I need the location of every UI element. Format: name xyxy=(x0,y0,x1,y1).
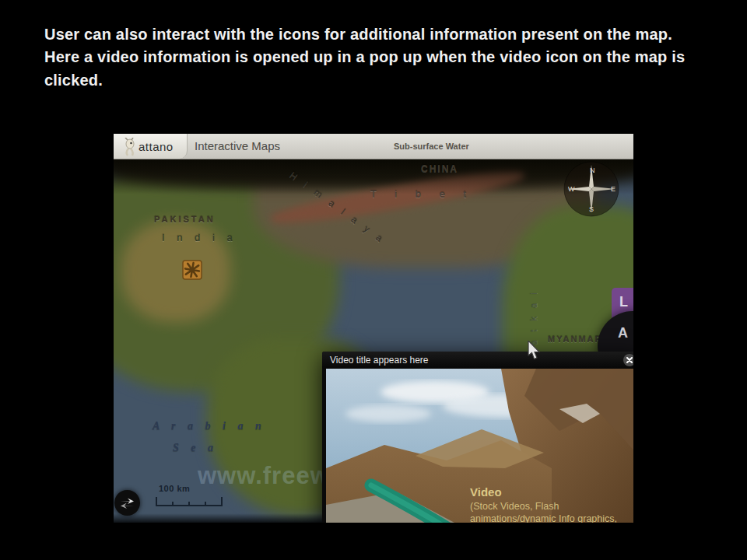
interactive-map-app: CHINA T i b e t H i m a l a y a PAKISTAN… xyxy=(114,134,633,523)
compass-rose-icon: N E S W xyxy=(563,160,620,218)
map-label-india: I n d i a xyxy=(162,232,237,243)
map-label-pakistan: PAKISTAN xyxy=(154,215,216,224)
brand-name: attano xyxy=(139,140,174,153)
side-menu-legend-label[interactable]: L xyxy=(619,294,628,310)
popup-title: Video title appears here xyxy=(330,355,429,366)
video-overlay-description: (Stock Videos, Flash animations/dynamic … xyxy=(470,500,630,523)
app-title: Interactive Maps xyxy=(195,139,280,152)
map-label-china: CHINA xyxy=(421,163,458,174)
map-label-arabian: A r a b i a n xyxy=(153,420,266,432)
video-overlay-text: Video (Stock Videos, Flash animations/dy… xyxy=(470,485,630,523)
close-icon[interactable] xyxy=(623,354,633,366)
mouse-cursor-icon xyxy=(528,341,542,361)
map-label-myanmar: MYANMAR xyxy=(548,334,602,344)
attano-mascot-icon xyxy=(123,138,135,156)
svg-text:S: S xyxy=(589,205,594,213)
swap-arrows-button[interactable] xyxy=(114,490,140,516)
svg-text:E: E xyxy=(611,185,615,193)
video-frame[interactable]: Video (Stock Videos, Flash animations/dy… xyxy=(326,369,633,523)
svg-text:N: N xyxy=(590,166,595,174)
side-menu-annotate-label[interactable]: A xyxy=(618,325,628,341)
map-label-tibet: T i b e t xyxy=(370,188,474,200)
scale-bar xyxy=(156,496,223,507)
slide-caption: User can also interact with the icons fo… xyxy=(44,23,710,92)
popup-titlebar[interactable]: Video title appears here xyxy=(322,352,633,369)
chapter-title: Sub-surface Water xyxy=(394,142,469,151)
video-overlay-heading: Video xyxy=(470,485,630,499)
svg-text:W: W xyxy=(568,185,575,193)
map-label-sea: S e a xyxy=(173,442,218,454)
brand-logo: attano xyxy=(114,134,188,159)
video-map-icon[interactable] xyxy=(182,260,202,280)
scale-label: 100 km xyxy=(159,484,190,493)
app-header: attano Interactive Maps Sub-surface Wate… xyxy=(114,134,633,159)
video-popup: Video title appears here xyxy=(322,352,633,523)
